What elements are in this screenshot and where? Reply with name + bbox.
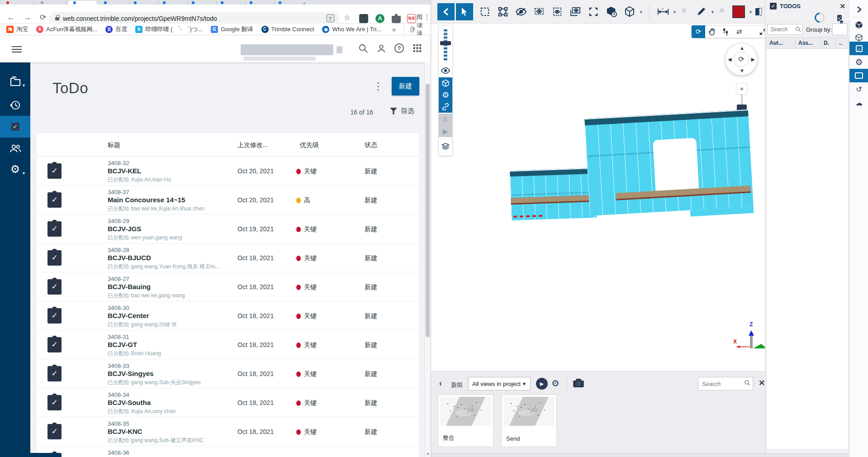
wheel-up-icon[interactable]: ▲ <box>740 45 745 51</box>
wheel-left-icon[interactable]: ◀ <box>728 57 731 62</box>
tab-favicon[interactable] <box>104 1 107 4</box>
views-back-chevron[interactable]: ‹ <box>439 379 442 388</box>
page-scrollbar[interactable]: ▼ <box>424 62 431 457</box>
table-row[interactable]: ✓ 3408-36 <box>37 446 419 457</box>
views-settings-icon[interactable]: ⚙ <box>551 378 560 389</box>
extension-icon[interactable] <box>359 14 368 23</box>
todo-title[interactable]: BCJV-Center <box>108 312 149 319</box>
tab-favicon[interactable] <box>6 1 9 4</box>
chevron-down-icon[interactable]: ▼ <box>673 10 677 14</box>
swap-view-button[interactable]: ⇄ <box>732 25 746 38</box>
pan-hand-button[interactable] <box>705 25 719 38</box>
group-by-select[interactable] <box>832 24 848 35</box>
scroll-down-arrow-icon[interactable]: ▼ <box>426 452 430 456</box>
select-cursor-button[interactable] <box>456 3 473 20</box>
walk-tool-button[interactable] <box>719 25 732 38</box>
bookmark-item[interactable]: Who We Are | Tri... <box>322 26 381 33</box>
bookmark-item[interactable]: 百度 <box>105 25 127 33</box>
add-todo-button[interactable]: ✓ ＋ <box>837 14 842 22</box>
table-row[interactable]: ✓ 3408-28 BCJV-BJUCD 已分配给 gang wang,Yuan… <box>37 243 419 272</box>
back-icon[interactable]: ← <box>7 14 15 21</box>
play-views-button[interactable]: ▶ <box>536 378 548 390</box>
tab-favicon[interactable] <box>221 1 223 4</box>
chevron-down-icon[interactable]: ▼ <box>749 10 753 14</box>
help-icon[interactable]: ? <box>394 43 404 53</box>
translate-icon[interactable]: 文 <box>327 14 334 22</box>
tab-favicon[interactable] <box>250 1 252 4</box>
chevron-down-icon[interactable]: ▼ <box>711 10 715 14</box>
new-group-button[interactable]: 新组 <box>451 381 463 389</box>
todos-column[interactable]: Ass... <box>796 38 821 48</box>
tab-favicon[interactable] <box>73 1 76 4</box>
wheel-down-icon[interactable]: ▼ <box>740 68 745 73</box>
section-cube-button[interactable] <box>439 77 452 89</box>
navigation-wheel[interactable]: ▲ ▼ ◀ ▶ ⟳ <box>725 43 758 76</box>
sidebar-item-history[interactable] <box>0 94 30 116</box>
table-row[interactable]: ✓ 3408-31 BCJV-GT 已分配给 Brian Huang Oct 1… <box>37 330 419 359</box>
table-row[interactable]: ✓ 3408-33 BCJV-Singyes 已分配给 gang wang,Su… <box>37 359 419 388</box>
column-priority[interactable]: 优先级 <box>300 141 319 149</box>
todos-column[interactable]: Aut... <box>767 38 796 48</box>
stack-boxes-button[interactable] <box>439 141 452 153</box>
tab-favicon[interactable] <box>279 1 281 4</box>
extension-icon[interactable]: 旭东 <box>407 14 416 23</box>
url-text[interactable]: web.connect.trimble.com/projects/GpeWR9m… <box>63 15 217 22</box>
table-row[interactable]: ✓ 3408-30 BCJV-Center 已分配给 gang wang,功雄 … <box>37 301 419 330</box>
todos-close-icon[interactable]: ✕ <box>840 2 845 10</box>
padlock-icon[interactable] <box>55 17 59 20</box>
forward-icon[interactable]: → <box>24 14 31 21</box>
tab-favicon[interactable] <box>192 1 194 4</box>
hide-selection-box-button[interactable] <box>531 3 548 20</box>
link-button[interactable] <box>439 101 452 113</box>
marquee-select-button[interactable] <box>476 3 493 20</box>
hide-object-button[interactable] <box>512 3 530 20</box>
fit-view-button[interactable] <box>585 3 602 20</box>
views-tab-button[interactable] <box>849 69 868 82</box>
history-tab-button[interactable]: ↺ <box>849 82 868 96</box>
model-wall-right[interactable] <box>584 109 753 216</box>
chevron-down-icon[interactable]: ▼ <box>639 10 643 14</box>
todo-title[interactable]: BCJV-GT <box>108 341 137 348</box>
tab-favicon[interactable] <box>41 1 43 4</box>
tab-favicon[interactable] <box>134 1 137 4</box>
column-title[interactable]: 标题 <box>108 141 120 149</box>
column-modified[interactable]: 上次修改... <box>237 141 268 149</box>
markup-pen-button[interactable] <box>693 3 710 20</box>
models-cube-button[interactable] <box>849 18 868 32</box>
model-history-cube-button[interactable] <box>603 3 620 20</box>
view-cube-button[interactable] <box>621 3 638 20</box>
todos-column[interactable]: D. <box>821 38 836 48</box>
extension-icon[interactable]: A <box>375 14 384 23</box>
table-row[interactable]: ✓ 3408-37 Main Concourese 14~15 已分配给 bao… <box>37 186 419 214</box>
apps-grid-icon[interactable] <box>413 43 423 54</box>
user-icon[interactable] <box>376 43 387 54</box>
wheel-orbit-icon[interactable]: ⟳ <box>734 52 749 67</box>
bookmark-star-icon[interactable]: ☆ <box>344 13 350 22</box>
extensions-puzzle-icon[interactable] <box>392 14 401 23</box>
todo-title[interactable]: BCJV-KEL <box>108 167 141 175</box>
bookmark-item[interactable]: 哔哩哔哩 ( ゜- ゜)つ... <box>135 25 203 33</box>
bookmark-item[interactable]: 淘宝 <box>6 25 28 33</box>
create-todo-button[interactable]: 新建 <box>392 77 419 95</box>
zoom-in-button[interactable]: + <box>736 83 748 95</box>
bookmark-item[interactable]: Google 翻译 <box>211 25 253 33</box>
table-row[interactable]: ✓ 3408-35 BCJV-KNC 已分配给 gang wang,Sub-建立… <box>37 417 419 446</box>
transform-select-button[interactable] <box>494 3 512 20</box>
filter-button[interactable]: 筛选 <box>390 107 414 115</box>
search-icon[interactable] <box>358 43 369 54</box>
clear-markup-icon[interactable]: ✕ <box>719 6 725 15</box>
scrollbar-thumb[interactable] <box>426 84 430 337</box>
bookmarks-overflow-chevron[interactable]: » <box>392 25 396 33</box>
todo-title[interactable]: BCJV-KNC <box>108 428 142 435</box>
slider-handle[interactable] <box>440 41 451 45</box>
todo-title[interactable]: Main Concourese 14~15 <box>108 196 185 204</box>
camera-icon[interactable] <box>573 379 584 388</box>
settings-tab-button[interactable]: ⚙ <box>849 55 868 69</box>
show-all-layers-button[interactable] <box>567 3 584 20</box>
sidebar-item-settings[interactable]: ⚙ ▼ <box>0 158 30 180</box>
show-only-box-button[interactable] <box>549 3 566 20</box>
table-row[interactable]: ✓ 3408-32 BCJV-KEL 已分配给 Xujia An,Ivan Ho… <box>37 157 419 186</box>
views-filter-select[interactable]: All views in project ▼ <box>468 377 531 390</box>
panel-toggle-button[interactable] <box>753 3 764 20</box>
todos-column[interactable]: .. <box>836 38 848 48</box>
